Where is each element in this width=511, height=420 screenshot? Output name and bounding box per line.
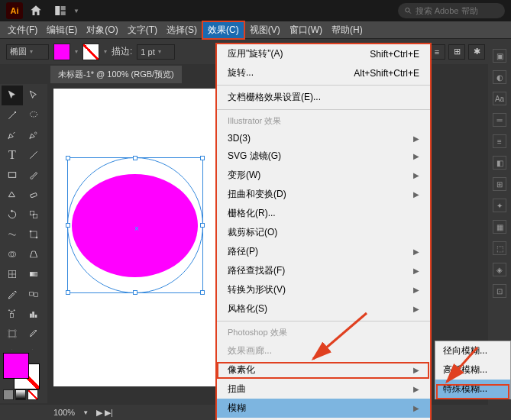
symbol-sprayer-tool[interactable] xyxy=(2,304,23,324)
magic-wand-tool[interactable] xyxy=(2,105,23,125)
line-tool[interactable] xyxy=(23,145,44,165)
curvature-tool[interactable] xyxy=(23,125,44,145)
shaper-tool[interactable] xyxy=(2,185,23,205)
svg-rect-0 xyxy=(55,6,60,15)
svg-rect-22 xyxy=(30,292,34,296)
mesh-tool[interactable] xyxy=(2,264,23,284)
svg-rect-28 xyxy=(33,312,34,317)
eraser-tool[interactable] xyxy=(23,185,44,205)
rotate-tool[interactable] xyxy=(2,205,23,225)
menu-blur[interactable]: 模糊▶ xyxy=(217,399,430,418)
svg-point-5 xyxy=(15,111,15,112)
panel-icon[interactable]: ◧ xyxy=(493,156,506,170)
menu-doc-raster[interactable]: 文档栅格效果设置(E)... xyxy=(217,88,430,107)
menu-convert[interactable]: 转换为形状(V)▶ xyxy=(217,280,430,299)
artboard-tool[interactable] xyxy=(2,324,23,344)
fill-swatch[interactable] xyxy=(53,44,70,60)
search-icon xyxy=(404,6,412,15)
panel-icon[interactable]: ▣ xyxy=(493,49,506,63)
color-mode[interactable] xyxy=(3,389,14,400)
menu-effect[interactable]: 效果(C) xyxy=(202,21,245,40)
transform-icon[interactable]: ⊞ xyxy=(448,44,465,60)
menu-apply-last[interactable]: 应用"旋转"(A)Shift+Ctrl+E xyxy=(217,44,430,63)
svg-rect-29 xyxy=(35,315,37,317)
menu-path[interactable]: 路径(P)▶ xyxy=(217,242,430,261)
lasso-tool[interactable] xyxy=(23,105,44,125)
type-tool[interactable]: T xyxy=(2,145,23,165)
blend-tool[interactable] xyxy=(23,284,44,304)
menu-file[interactable]: 文件(F) xyxy=(3,21,42,39)
nav-buttons[interactable]: ▶ ▶| xyxy=(96,408,113,418)
svg-rect-23 xyxy=(34,293,38,297)
svg-point-15 xyxy=(36,237,37,238)
panel-icon[interactable]: ▦ xyxy=(493,220,506,234)
rectangle-tool[interactable] xyxy=(2,165,23,185)
home-icon[interactable] xyxy=(29,4,43,18)
column-graph-tool[interactable] xyxy=(23,304,44,324)
menu-warp[interactable]: 变形(W)▶ xyxy=(217,166,430,185)
chevron-down-icon[interactable]: ▼ xyxy=(73,8,79,15)
window-arrange-icon[interactable] xyxy=(53,4,67,18)
panel-icon[interactable]: ⊞ xyxy=(493,177,506,191)
svg-point-6 xyxy=(30,111,37,117)
stroke-label: 描边: xyxy=(112,45,132,58)
panel-icon[interactable]: ═ xyxy=(493,113,506,127)
shape-dropdown[interactable]: 椭圆▾ xyxy=(6,44,49,60)
menu-object[interactable]: 对象(O) xyxy=(82,21,122,39)
gradient-mode[interactable] xyxy=(15,389,26,400)
panel-icon[interactable]: ≡ xyxy=(493,134,506,148)
shape-builder-tool[interactable] xyxy=(2,244,23,264)
slice-tool[interactable] xyxy=(23,324,44,344)
panel-icon[interactable]: ⬚ xyxy=(493,241,506,255)
none-mode[interactable] xyxy=(27,389,38,400)
panel-icon[interactable]: ◈ xyxy=(493,263,506,276)
menu-help[interactable]: 帮助(H) xyxy=(327,21,367,39)
color-panel xyxy=(0,350,47,403)
menu-stylize[interactable]: 风格化(S)▶ xyxy=(217,299,430,318)
panel-icon[interactable]: ◐ xyxy=(493,70,506,84)
canvas[interactable]: × xyxy=(53,89,215,386)
menu-distort2[interactable]: 扭曲▶ xyxy=(217,380,430,399)
eyedropper-tool[interactable] xyxy=(2,284,23,304)
menu-view[interactable]: 视图(V) xyxy=(245,21,285,39)
menu-edit[interactable]: 编辑(E) xyxy=(42,21,82,39)
zoom-level[interactable]: 100% xyxy=(53,408,75,417)
menu-window[interactable]: 窗口(W) xyxy=(285,21,327,39)
selection-tool[interactable] xyxy=(2,86,23,105)
menu-svg[interactable]: SVG 滤镜(G)▶ xyxy=(217,147,430,166)
pen-tool[interactable] xyxy=(2,125,23,145)
setup-icon[interactable]: ✱ xyxy=(468,44,485,60)
document-tab[interactable]: 未标题-1* @ 100% (RGB/预览) xyxy=(50,66,182,83)
menu-3d[interactable]: 3D(3)▶ xyxy=(217,130,430,147)
direct-selection-tool[interactable] xyxy=(23,86,44,105)
svg-rect-11 xyxy=(30,211,34,215)
stroke-weight[interactable]: 1 pt▾ xyxy=(137,44,175,60)
menu-crop[interactable]: 裁剪标记(O) xyxy=(217,223,430,242)
menu-distort[interactable]: 扭曲和变换(D)▶ xyxy=(217,185,430,204)
menu-header-illustrator: Illustrator 效果 xyxy=(217,112,430,130)
panel-icon[interactable]: Aa xyxy=(493,92,506,105)
svg-rect-30 xyxy=(9,331,15,337)
menu-type[interactable]: 文字(T) xyxy=(123,21,162,39)
svg-line-4 xyxy=(409,11,411,13)
fill-color[interactable] xyxy=(3,353,29,379)
panel-icon[interactable]: ⊡ xyxy=(493,284,506,298)
submenu-gauss[interactable]: 高斯模糊... xyxy=(435,360,510,380)
width-tool[interactable] xyxy=(2,225,23,244)
menu-select[interactable]: 选择(S) xyxy=(162,21,202,39)
panel-icon[interactable]: ✦ xyxy=(493,199,506,212)
menu-pathfinder[interactable]: 路径查找器(F)▶ xyxy=(217,261,430,280)
menu-rotate[interactable]: 旋转...Alt+Shift+Ctrl+E xyxy=(217,63,430,82)
submenu-radial[interactable]: 径向模糊... xyxy=(435,341,510,360)
gradient-tool[interactable] xyxy=(23,264,44,284)
stroke-swatch[interactable] xyxy=(82,44,99,60)
free-transform-tool[interactable] xyxy=(23,225,44,244)
svg-rect-1 xyxy=(61,6,66,10)
paintbrush-tool[interactable] xyxy=(23,165,44,185)
svg-line-8 xyxy=(30,151,37,158)
svg-rect-24 xyxy=(10,313,13,317)
search-input[interactable] xyxy=(398,3,505,18)
scale-tool[interactable] xyxy=(23,205,44,225)
menu-rasterize[interactable]: 栅格化(R)... xyxy=(217,204,430,223)
perspective-tool[interactable] xyxy=(23,244,44,264)
